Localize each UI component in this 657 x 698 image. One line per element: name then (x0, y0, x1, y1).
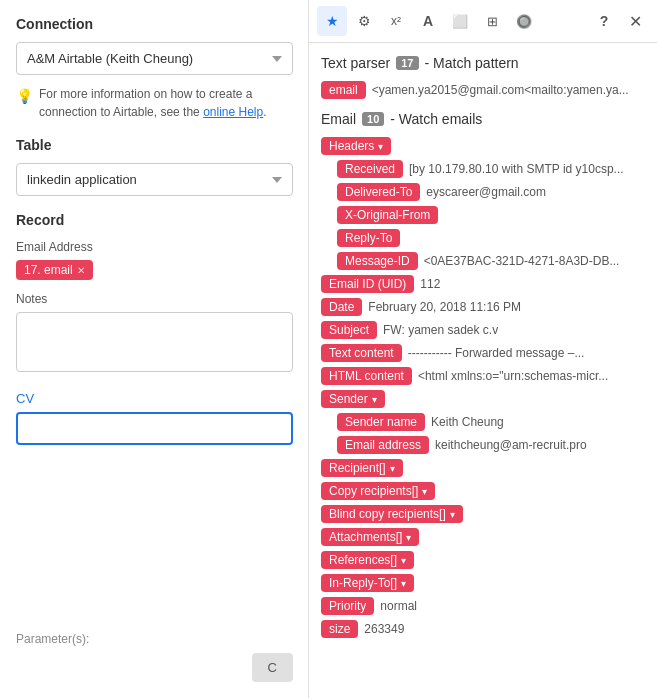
circled-icon[interactable]: 🔘 (509, 6, 539, 36)
cv-label: CV (16, 391, 293, 406)
record-title: Record (16, 212, 293, 228)
field-row: Text content----------- Forwarded messag… (321, 344, 645, 362)
field-tag[interactable]: Sender name (337, 413, 425, 431)
field-tag[interactable]: Text content (321, 344, 402, 362)
superscript-icon[interactable]: x² (381, 6, 411, 36)
field-tag[interactable]: Attachments[]▾ (321, 528, 419, 546)
field-tag[interactable]: Priority (321, 597, 374, 615)
gear-icon[interactable]: ⚙ (349, 6, 379, 36)
watch-title: Email 10 - Watch emails (321, 111, 645, 127)
email-tag[interactable]: 17. email ✕ (16, 260, 93, 280)
field-row: Headers▾ (321, 137, 645, 155)
chevron-down-icon: ▾ (372, 394, 377, 405)
field-row: References[]▾ (321, 551, 645, 569)
email-pattern-value: <yamen.ya2015@gmail.com<mailto:yamen.ya.… (372, 83, 629, 97)
field-value: ----------- Forwarded message –... (408, 346, 585, 360)
field-tag[interactable]: Email ID (UID) (321, 275, 414, 293)
remove-email-tag[interactable]: ✕ (77, 265, 85, 276)
chevron-down-icon: ▾ (390, 463, 395, 474)
field-row: Blind copy recipients[]▾ (321, 505, 645, 523)
params-text: Parameter(s): (16, 632, 89, 646)
field-value: keithcheung@am-recruit.pro (435, 438, 587, 452)
email-tag-field: 17. email ✕ (16, 260, 293, 280)
connection-select[interactable]: A&M Airtable (Keith Cheung) (16, 42, 293, 75)
table-section: Table linkedin application (16, 137, 293, 196)
cv-input[interactable] (16, 412, 293, 445)
info-text: For more information on how to create a … (39, 85, 293, 121)
field-row: Message-ID<0AE37BAC-321D-4271-8A3D-DB... (321, 252, 645, 270)
field-value: normal (380, 599, 417, 613)
parser-badge: 17 (396, 56, 418, 70)
field-row: Received[by 10.179.80.10 with SMTP id y1… (321, 160, 645, 178)
field-tag[interactable]: References[]▾ (321, 551, 414, 569)
field-value: eyscareer@gmail.com (426, 185, 546, 199)
chevron-down-icon: ▾ (406, 532, 411, 543)
field-row: Email addresskeithcheung@am-recruit.pro (321, 436, 645, 454)
field-row: Copy recipients[]▾ (321, 482, 645, 500)
cv-section: CV (16, 391, 293, 445)
chevron-down-icon: ▾ (422, 486, 427, 497)
field-tag[interactable]: size (321, 620, 358, 638)
calendar-icon[interactable]: ⬜ (445, 6, 475, 36)
field-tag[interactable]: Email address (337, 436, 429, 454)
email-address-label: Email Address (16, 240, 293, 254)
text-icon[interactable]: A (413, 6, 443, 36)
field-tag[interactable]: X-Original-From (337, 206, 438, 224)
field-value: <0AE37BAC-321D-4271-8A3D-DB... (424, 254, 620, 268)
online-help-link[interactable]: online Help (203, 105, 263, 119)
field-tag[interactable]: Recipient[]▾ (321, 459, 403, 477)
field-row: Delivered-Toeyscareer@gmail.com (321, 183, 645, 201)
field-row: Email ID (UID)112 (321, 275, 645, 293)
fields-list: Headers▾Received[by 10.179.80.10 with SM… (321, 137, 645, 638)
field-row: X-Original-From (321, 206, 645, 224)
field-row: In-Reply-To[]▾ (321, 574, 645, 592)
field-tag[interactable]: Received (337, 160, 403, 178)
parser-title: Text parser 17 - Match pattern (321, 55, 645, 71)
right-panel: ★ ⚙ x² A ⬜ ⊞ 🔘 ? ✕ Text parser 17 - Matc… (308, 0, 657, 698)
question-icon[interactable]: ? (589, 6, 619, 36)
connection-title: Connection (16, 16, 293, 32)
field-row: Reply-To (321, 229, 645, 247)
field-tag[interactable]: Reply-To (337, 229, 400, 247)
email-pattern-tag[interactable]: email (321, 81, 366, 99)
right-header: ★ ⚙ x² A ⬜ ⊞ 🔘 ? ✕ (309, 0, 657, 43)
field-value: [by 10.179.80.10 with SMTP id y10csp... (409, 162, 624, 176)
notes-label: Notes (16, 292, 293, 306)
star-icon[interactable]: ★ (317, 6, 347, 36)
close-icon[interactable]: ✕ (621, 7, 649, 35)
chevron-down-icon: ▾ (401, 578, 406, 589)
field-tag[interactable]: Message-ID (337, 252, 418, 270)
email-pattern-row: email <yamen.ya2015@gmail.com<mailto:yam… (321, 81, 645, 99)
field-tag[interactable]: Sender▾ (321, 390, 385, 408)
right-content: Text parser 17 - Match pattern email <ya… (309, 43, 657, 698)
field-row: Prioritynormal (321, 597, 645, 615)
field-tag[interactable]: Date (321, 298, 362, 316)
field-row: SubjectFW: yamen sadek c.v (321, 321, 645, 339)
field-row: Attachments[]▾ (321, 528, 645, 546)
field-row: Recipient[]▾ (321, 459, 645, 477)
table-select[interactable]: linkedin application (16, 163, 293, 196)
field-tag[interactable]: In-Reply-To[]▾ (321, 574, 414, 592)
field-value: 112 (420, 277, 440, 291)
field-tag[interactable]: HTML content (321, 367, 412, 385)
field-row: Sender nameKeith Cheung (321, 413, 645, 431)
field-value: Keith Cheung (431, 415, 504, 429)
field-row: HTML content<html xmlns:o="urn:schemas-m… (321, 367, 645, 385)
chevron-down-icon: ▾ (378, 141, 383, 152)
field-tag[interactable]: Delivered-To (337, 183, 420, 201)
notes-input[interactable] (16, 312, 293, 372)
table-icon[interactable]: ⊞ (477, 6, 507, 36)
record-section: Record Email Address 17. email ✕ Notes (16, 212, 293, 375)
field-tag[interactable]: Headers▾ (321, 137, 391, 155)
chevron-down-icon: ▾ (401, 555, 406, 566)
field-row: Sender▾ (321, 390, 645, 408)
left-panel: Connection A&M Airtable (Keith Cheung) 💡… (0, 0, 310, 698)
field-value: <html xmlns:o="urn:schemas-micr... (418, 369, 608, 383)
watch-badge: 10 (362, 112, 384, 126)
field-tag[interactable]: Copy recipients[]▾ (321, 482, 435, 500)
field-tag[interactable]: Blind copy recipients[]▾ (321, 505, 463, 523)
field-tag[interactable]: Subject (321, 321, 377, 339)
field-value: FW: yamen sadek c.v (383, 323, 498, 337)
field-row: DateFebruary 20, 2018 11:16 PM (321, 298, 645, 316)
cancel-button[interactable]: C (252, 653, 293, 682)
